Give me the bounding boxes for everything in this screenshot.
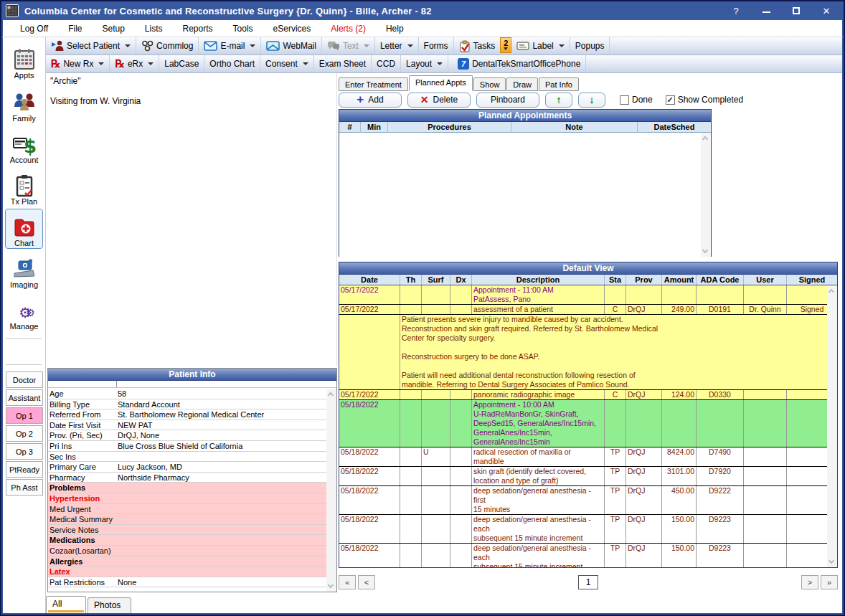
scroll-up-icon[interactable] <box>328 392 334 398</box>
text-button[interactable]: Text <box>322 37 375 55</box>
procedure-note-row[interactable]: Patient presents severe injury to mandib… <box>339 315 837 390</box>
pinboard-button[interactable]: Pinboard <box>476 93 539 108</box>
menu-eservices[interactable]: eServices <box>263 20 321 37</box>
scroll-up-icon[interactable] <box>829 289 834 295</box>
operatory-button[interactable]: Op 2 <box>6 425 43 442</box>
dentaltek-button[interactable]: 7 DentalTekSmartOfficePhone <box>453 55 586 72</box>
patient-info-row[interactable]: Primary Care Lucy Jackson, MD <box>48 462 326 473</box>
commlog-button[interactable]: Commlog <box>136 37 199 55</box>
patient-info-row[interactable]: Pharmacy Northside Pharmacy <box>48 473 326 483</box>
patient-info-row[interactable]: Medications <box>48 535 326 546</box>
minimize-button[interactable] <box>760 6 772 16</box>
module-manage[interactable]: ⚙⚙ Manage <box>5 292 43 332</box>
patient-info-scrollbar[interactable] <box>326 389 336 592</box>
add-button[interactable]: +Add <box>339 93 402 108</box>
menu-setup[interactable]: Setup <box>92 20 134 37</box>
patient-info-row[interactable]: Sec Ins <box>48 452 326 463</box>
menu-log-off[interactable]: Log Off <box>10 20 58 37</box>
module-family[interactable]: Family <box>5 84 43 124</box>
module-imaging[interactable]: Imaging <box>5 250 43 290</box>
menu-alerts[interactable]: Alerts (2) <box>321 20 376 37</box>
forms-button[interactable]: Forms <box>419 37 454 55</box>
menu-help[interactable]: Help <box>376 20 414 37</box>
last-page-button[interactable]: » <box>821 575 838 589</box>
close-button[interactable]: ✕ <box>821 6 832 16</box>
move-down-button[interactable]: ↓ <box>578 93 605 108</box>
tab-enter-treatment[interactable]: Enter Treatment <box>339 77 408 91</box>
patient-info-row[interactable]: Pri Ins Blue Cross Blue Shield of Califo… <box>48 441 326 452</box>
scroll-down-icon[interactable] <box>829 558 834 564</box>
exam-sheet-button[interactable]: Exam Sheet <box>314 55 372 72</box>
maximize-button[interactable] <box>790 6 802 16</box>
email-button[interactable]: E-mail <box>199 37 261 55</box>
patient-info-row[interactable]: Service Notes <box>48 525 326 536</box>
new-rx-button[interactable]: ℞ New Rx <box>46 55 110 72</box>
letter-button[interactable]: Letter <box>375 37 419 55</box>
patient-info-row[interactable]: Latex <box>48 567 326 577</box>
patient-info-row[interactable]: Referred From St. Bartholomew Regional M… <box>48 409 326 420</box>
labcase-button[interactable]: LabCase <box>159 55 204 72</box>
patient-info-row[interactable]: Age 58 <box>48 389 326 399</box>
tab-photos[interactable]: Photos <box>88 597 131 613</box>
operatory-button[interactable]: Doctor <box>6 371 43 388</box>
help-button[interactable]: ? <box>730 6 742 16</box>
procedure-row[interactable]: 05/18/2022 deep sedation/general anesthe… <box>339 515 837 544</box>
scroll-down-icon[interactable] <box>702 247 708 253</box>
procedure-row[interactable]: 05/18/2022 skin graft (identify defect c… <box>339 467 837 486</box>
planned-scrollbar[interactable] <box>701 133 711 257</box>
patient-info-row[interactable]: Prov. (Pri, Sec) DrQJ, None <box>48 430 326 441</box>
page-number-box[interactable]: 1 <box>578 575 598 589</box>
tab-draw[interactable]: Draw <box>506 77 538 91</box>
label-button[interactable]: Label <box>511 37 570 55</box>
ccd-button[interactable]: CCD <box>372 55 401 72</box>
tab-planned-appts[interactable]: Planned Appts <box>409 75 473 91</box>
tab-all[interactable]: All <box>46 596 86 613</box>
progress-scrollbar[interactable] <box>827 285 837 567</box>
module-chart-selected[interactable]: Chart <box>5 209 43 249</box>
patient-info-row[interactable]: Problems <box>48 483 326 493</box>
procedure-row[interactable]: 05/17/2022 assessment of a patient C DrQ… <box>339 305 837 315</box>
operatory-button[interactable]: Op 1 <box>6 407 43 424</box>
layout-button[interactable]: Layout <box>401 55 448 72</box>
menu-file[interactable]: File <box>58 20 92 37</box>
tab-show[interactable]: Show <box>473 77 506 91</box>
webmail-button[interactable]: WebMail <box>261 37 321 55</box>
procedure-row[interactable]: 05/18/2022 deep sedation/general anesthe… <box>339 486 837 515</box>
done-checkbox[interactable]: Done <box>620 95 653 105</box>
consent-button[interactable]: Consent <box>260 55 314 72</box>
operatory-button[interactable]: PtReady <box>6 461 43 478</box>
procedure-row[interactable]: 05/18/2022 deep sedation/general anesthe… <box>339 544 837 567</box>
procedure-row[interactable]: 05/18/2022 U radical resection of maxill… <box>339 447 837 467</box>
tab-pat-info[interactable]: Pat Info <box>539 77 579 91</box>
first-page-button[interactable]: « <box>339 575 356 589</box>
scroll-up-icon[interactable] <box>702 136 708 142</box>
next-page-button[interactable]: > <box>801 575 818 589</box>
operatory-button[interactable]: Ph Asst <box>6 479 43 496</box>
patient-info-row[interactable]: Cozaar(Losartan) <box>48 546 326 556</box>
select-patient-button[interactable]: Select Patient <box>46 37 136 55</box>
operatory-button[interactable]: Assistant <box>6 389 43 406</box>
appointment-row[interactable]: 05/18/2022 Appointment - 10:00 AM U-RadR… <box>339 400 837 447</box>
patient-info-row[interactable]: Allergies <box>48 556 326 567</box>
delete-button[interactable]: ✕Delete <box>407 93 471 108</box>
menu-tools[interactable]: Tools <box>223 20 263 37</box>
popups-button[interactable]: Popups <box>570 37 610 55</box>
module-txplan[interactable]: Tx Plan <box>5 167 43 207</box>
module-account[interactable]: $ Account <box>5 125 43 166</box>
move-up-button[interactable]: ↑ <box>545 93 572 108</box>
show-completed-checkbox[interactable]: ✓Show Completed <box>666 95 743 105</box>
patient-info-row[interactable]: Hypertension <box>48 493 326 504</box>
appointment-row[interactable]: 05/17/2022 Appointment - 11:00 AM PatAss… <box>339 285 837 305</box>
patient-info-row[interactable]: Billing Type Standard Account <box>48 399 326 410</box>
menu-lists[interactable]: Lists <box>135 20 173 37</box>
erx-button[interactable]: ℞ eRx <box>110 55 159 72</box>
planned-appointments-body[interactable] <box>339 133 711 257</box>
procedure-row[interactable]: 05/17/2022 panoramic radiographic image … <box>339 390 837 400</box>
patient-info-row[interactable]: Pat Restrictions None <box>48 577 326 588</box>
patient-info-row[interactable]: Medical Summary <box>48 514 326 525</box>
module-appts[interactable]: Appts <box>5 41 43 81</box>
tasks-button[interactable]: Tasks <box>454 37 501 55</box>
prev-page-button[interactable]: < <box>358 575 375 589</box>
ortho-chart-button[interactable]: Ortho Chart <box>204 55 260 72</box>
operatory-button[interactable]: Op 3 <box>6 443 43 460</box>
